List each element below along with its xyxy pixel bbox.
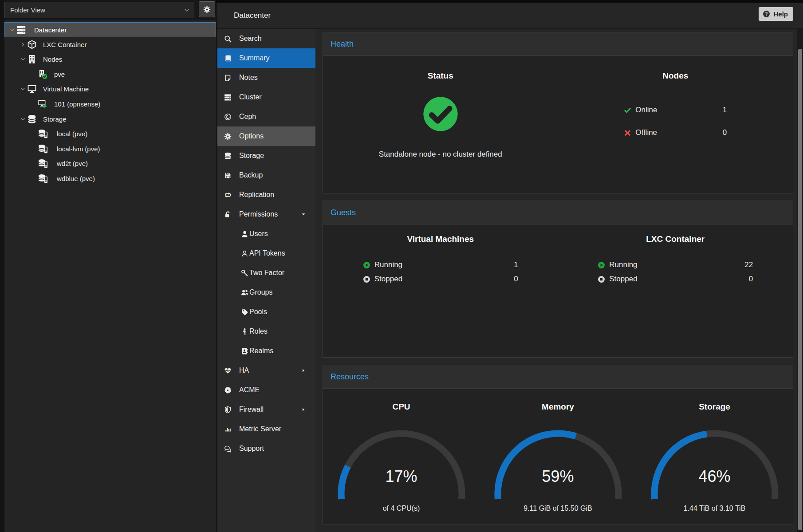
tree-item-label: wd2t (pve)	[57, 156, 88, 171]
tree-item-storage[interactable]: Storage	[4, 112, 216, 127]
chevron-down-icon[interactable]	[20, 116, 26, 122]
tree-item-local-pve-[interactable]: local (pve)	[4, 126, 216, 142]
tree-item-wd2t-pve-[interactable]: wd2t (pve)	[4, 156, 216, 171]
tree-settings-button[interactable]	[199, 1, 215, 17]
summary-content: Health Status Standalone node - no clust…	[315, 29, 803, 532]
tree-item-label: local-lvm (pve)	[57, 142, 100, 157]
note-icon	[224, 74, 232, 82]
tree-item-pve[interactable]: pve	[4, 67, 216, 82]
play-circle-icon	[598, 261, 605, 269]
nav-item-support[interactable]: Support	[217, 439, 315, 458]
stop-circle-icon	[598, 276, 605, 283]
tree-item-label: Nodes	[43, 52, 62, 67]
nav-item-metric-server[interactable]: Metric Server	[217, 419, 315, 439]
nav-item-label: Roles	[249, 322, 268, 341]
gauge-storage: Storage 46% 1.44 TiB of 3.10 TiB	[636, 389, 793, 512]
guest-status-value: 22	[744, 260, 753, 269]
nav-item-label: Realms	[249, 341, 273, 361]
chevron-down-icon	[184, 7, 190, 13]
tree-item-wdblue-pve-[interactable]: wdblue (pve)	[4, 171, 216, 186]
guest-status-label: Running	[609, 260, 637, 269]
nav-item-api-tokens[interactable]: API Tokens	[217, 244, 315, 263]
nav-item-backup[interactable]: Backup	[217, 166, 315, 185]
tree-item-local-lvm-pve-[interactable]: local-lvm (pve)	[4, 142, 216, 157]
nav-item-pools[interactable]: Pools	[217, 302, 315, 322]
caret-right-icon	[301, 368, 306, 373]
chevron-down-icon[interactable]	[20, 56, 26, 62]
users-icon	[241, 289, 248, 296]
nav-item-ha[interactable]: HA	[217, 361, 315, 380]
guest-column-virtual-machines: Virtual Machines Running 1 Stopped 0	[323, 225, 558, 288]
nav-item-label: Firewall	[239, 400, 264, 419]
tree-item-101-opnsense-[interactable]: 101 (opnsense)	[4, 97, 216, 112]
nav-item-search[interactable]: Search	[217, 29, 315, 48]
nav-item-label: HA	[239, 361, 249, 380]
play-circle-icon	[363, 261, 370, 269]
chevron-down-icon[interactable]	[9, 27, 15, 33]
tree-item-label: local (pve)	[57, 126, 87, 142]
nav-item-groups[interactable]: Groups	[217, 283, 315, 302]
tree-item-label: Virtual Machine	[43, 82, 89, 97]
chevron-right-icon[interactable]	[20, 42, 26, 47]
acme-icon	[224, 386, 232, 394]
guest-status-value: 1	[514, 260, 518, 269]
desktop-icon	[27, 84, 37, 94]
nav-item-label: Metric Server	[239, 419, 281, 439]
nav-item-replication[interactable]: Replication	[217, 185, 315, 205]
nav-item-storage[interactable]: Storage	[217, 146, 315, 166]
tree-item-lxc-container[interactable]: LXC Container	[4, 37, 216, 52]
scrollbar-thumb[interactable]	[798, 49, 802, 530]
help-button[interactable]: ? Help	[759, 7, 793, 21]
key-icon	[241, 269, 248, 277]
nav-item-two-factor[interactable]: Two Factor	[217, 263, 315, 283]
nav-item-label: Groups	[249, 283, 272, 302]
gauge-percent: 17%	[335, 468, 468, 485]
node-status-label: Offline	[635, 128, 657, 137]
nav-item-label: Replication	[239, 185, 274, 205]
nav-item-roles[interactable]: Roles	[217, 322, 315, 341]
tag-icon	[241, 308, 248, 316]
tree-item-nodes[interactable]: Nodes	[4, 52, 216, 67]
guest-status-value: 0	[749, 275, 753, 284]
building-check-icon	[37, 70, 48, 79]
gauge-subtext: of 4 CPU(s)	[323, 504, 480, 512]
nav-item-permissions[interactable]: Permissions	[217, 205, 315, 224]
check-icon	[624, 106, 631, 114]
nav-item-ceph[interactable]: Ceph	[217, 107, 315, 126]
view-mode-select[interactable]: Folder View	[4, 2, 194, 18]
tree-item-label: Storage	[43, 112, 67, 127]
gear-icon	[203, 6, 211, 13]
nav-item-label: ACME	[239, 380, 260, 400]
tree-item-datacenter[interactable]: Datacenter	[4, 22, 216, 37]
gear-icon	[224, 133, 232, 140]
database-drive-icon	[37, 174, 49, 183]
nav-item-firewall[interactable]: Firewall	[217, 400, 315, 419]
nav-item-label: Search	[239, 29, 262, 48]
cube-icon	[27, 40, 37, 49]
status-heading: Status	[323, 71, 558, 81]
male-icon	[241, 328, 248, 335]
content-scrollbar[interactable]	[797, 29, 803, 532]
guest-column-heading: LXC Container	[558, 234, 793, 244]
floppy-icon	[224, 172, 232, 179]
nav-item-cluster[interactable]: Cluster	[217, 87, 315, 107]
nav-item-label: Cluster	[239, 87, 262, 107]
guest-column-lxc-container: LXC Container Running 22 Stopped 0	[558, 225, 793, 288]
nav-item-notes[interactable]: Notes	[217, 68, 315, 87]
chevron-down-icon[interactable]	[20, 86, 26, 92]
nav-item-summary[interactable]: Summary	[217, 48, 315, 68]
status-text: Standalone node - no cluster defined	[323, 150, 558, 159]
book-icon	[224, 55, 232, 62]
nav-item-realms[interactable]: Realms	[217, 341, 315, 361]
guests-panel-title: Guests	[323, 201, 793, 225]
nav-item-users[interactable]: Users	[217, 224, 315, 244]
tree-item-virtual-machine[interactable]: Virtual Machine	[4, 82, 216, 97]
desktop-play-icon	[37, 99, 48, 109]
user-o-icon	[241, 250, 248, 257]
tree-item-label: pve	[54, 67, 65, 82]
nav-item-acme[interactable]: ACME	[217, 380, 315, 400]
stop-circle-icon	[363, 276, 370, 283]
nav-item-options[interactable]: Options	[217, 126, 315, 146]
svg-text:?: ?	[765, 12, 768, 16]
guest-status-row: Running 1	[363, 259, 518, 271]
